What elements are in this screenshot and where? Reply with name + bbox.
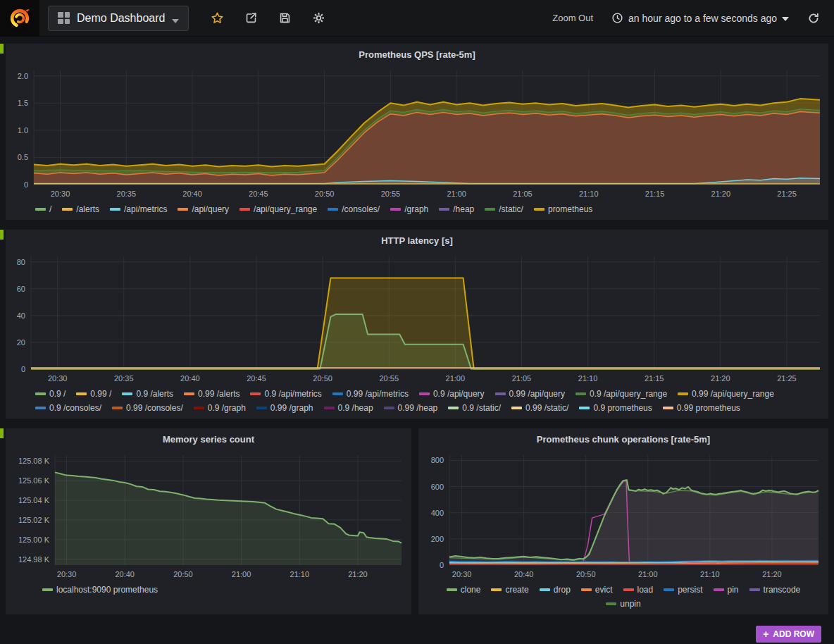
legend-item[interactable]: /consoles/ [328,204,380,214]
legend-item[interactable]: 0.9 /static/ [448,403,501,413]
panel-title[interactable]: HTTP latency [s] [6,230,828,249]
legend-item[interactable]: /api/metrics [110,204,167,214]
legend-swatch [324,407,335,409]
legend-item[interactable]: /graph [390,204,428,214]
time-range-label: an hour ago to a few seconds ago [628,13,777,24]
legend-label: 0.9 /api/query_range [590,389,667,399]
legend-item[interactable]: pin [714,585,739,595]
legend-item[interactable]: localhost:9090 prometheus [42,585,158,595]
legend-item[interactable]: / [35,204,51,214]
legend-item[interactable]: 0.99 prometheus [663,403,740,413]
svg-text:21:25: 21:25 [777,374,797,383]
svg-text:125.00 K: 125.00 K [18,535,50,544]
time-range-picker[interactable]: an hour ago to a few seconds ago [611,12,789,24]
legend-item[interactable]: transcode [749,585,801,595]
settings-button[interactable] [312,11,325,25]
legend-label: clone [461,585,481,595]
legend-swatch [384,407,394,409]
svg-text:21:20: 21:20 [711,190,731,198]
legend-label: 0.99 /graph [270,403,313,413]
legend-label: create [505,585,528,595]
legend-item[interactable]: evict [581,585,613,595]
svg-text:60: 60 [17,285,25,293]
panel-title[interactable]: Prometheus chunk operations [rate-5m] [418,428,828,448]
svg-text:20:40: 20:40 [115,570,135,578]
row-menu-tab[interactable] [0,44,4,54]
legend-item[interactable]: 0.9 / [35,389,66,399]
legend-item[interactable]: persist [664,585,702,595]
legend-item[interactable]: 0.99 /graph [256,403,313,413]
svg-text:600: 600 [431,483,444,491]
svg-text:20:30: 20:30 [452,570,472,578]
share-button[interactable] [244,11,258,25]
legend-item[interactable]: /static/ [485,204,523,214]
svg-text:21:00: 21:00 [638,570,658,578]
save-button[interactable] [278,11,292,25]
chunk-ops-chart[interactable]: 20:3020:4020:5021:0021:1021:200200400600… [418,448,828,583]
legend-swatch [511,407,522,409]
legend-label: /api/query [192,204,229,214]
legend-item[interactable]: 0.9 /alerts [122,389,173,399]
legend-swatch [250,392,261,395]
legend-label: transcode [764,585,801,595]
legend-label: /consoles/ [342,204,380,214]
zoom-out-button[interactable]: Zoom Out [552,13,593,23]
legend-item[interactable]: 0.9 /api/query [419,389,485,399]
legend-swatch [35,407,46,409]
legend-item[interactable]: 0.99 /heap [384,403,438,413]
grafana-logo[interactable] [0,0,39,37]
legend-swatch [485,208,495,211]
legend-item[interactable]: 0.99 /static/ [511,403,568,413]
panel-title[interactable]: Memory series count [6,428,411,448]
svg-text:0.5: 0.5 [18,153,28,161]
legend-item[interactable]: prometheus [534,204,592,214]
memory-chart[interactable]: 20:3020:4020:5021:0021:1021:20124.98 K12… [6,448,411,583]
legend-swatch [491,588,502,591]
legend-swatch [35,392,46,395]
svg-text:20:35: 20:35 [117,190,137,198]
legend-item[interactable]: /heap [439,204,474,214]
legend-item[interactable]: 0.9 /api/metrics [250,389,321,399]
legend-item[interactable]: 0.99 / [76,389,111,399]
svg-text:21:15: 21:15 [645,374,664,383]
legend-item[interactable]: /api/query_range [239,204,317,214]
legend-item[interactable]: 0.9 /api/query_range [575,389,667,399]
legend-item[interactable]: create [491,585,528,595]
row-menu-tab[interactable] [0,230,4,240]
add-row-button[interactable]: + ADD ROW [756,626,821,643]
legend-label: 0.9 /api/query [433,389,485,399]
legend-swatch [112,407,123,409]
legend-item[interactable]: 0.9 /consoles/ [35,403,101,413]
legend-item[interactable]: 0.9 /heap [324,403,373,413]
legend-item[interactable]: 0.9 prometheus [579,403,652,413]
svg-text:20:50: 20:50 [315,190,335,198]
legend-item[interactable]: /api/query [178,204,229,214]
latency-chart[interactable]: 20:3020:3520:4020:4520:5020:5521:0021:05… [6,249,828,388]
legend-item[interactable]: 0.99 /consoles/ [112,403,183,413]
legend-item[interactable]: drop [540,585,571,595]
legend-swatch [62,208,73,211]
svg-text:20:45: 20:45 [247,374,266,383]
legend-item[interactable]: 0.99 /api/query_range [678,389,774,399]
refresh-button[interactable] [807,12,820,25]
legend-label: /alerts [76,204,99,214]
dashboard-picker[interactable]: Demo Dashboard [48,6,189,31]
star-button[interactable] [211,11,224,25]
row-menu-tab[interactable] [0,428,4,438]
legend-item[interactable]: 0.99 /alerts [184,389,239,399]
legend-item[interactable]: clone [447,585,481,595]
qps-chart[interactable]: 20:3020:3520:4020:4520:5020:5521:0021:05… [6,63,828,203]
legend-item[interactable]: unpin [606,599,640,609]
svg-text:80: 80 [17,258,25,266]
chart-canvas: 20:3020:3520:4020:4520:5020:5521:0021:05… [6,249,828,388]
legend-label: 0.9 /alerts [136,389,173,399]
legend-item[interactable]: 0.9 /graph [194,403,246,413]
legend-item[interactable]: load [623,585,654,595]
legend-swatch [581,588,592,591]
legend-item[interactable]: 0.99 /api/query [495,389,565,399]
panel-title[interactable]: Prometheus QPS [rate-5m] [6,44,828,63]
legend-swatch [623,588,634,591]
legend-item[interactable]: /alerts [62,204,99,214]
legend-item[interactable]: 0.99 /api/metrics [332,389,409,399]
svg-text:20:35: 20:35 [114,374,134,383]
